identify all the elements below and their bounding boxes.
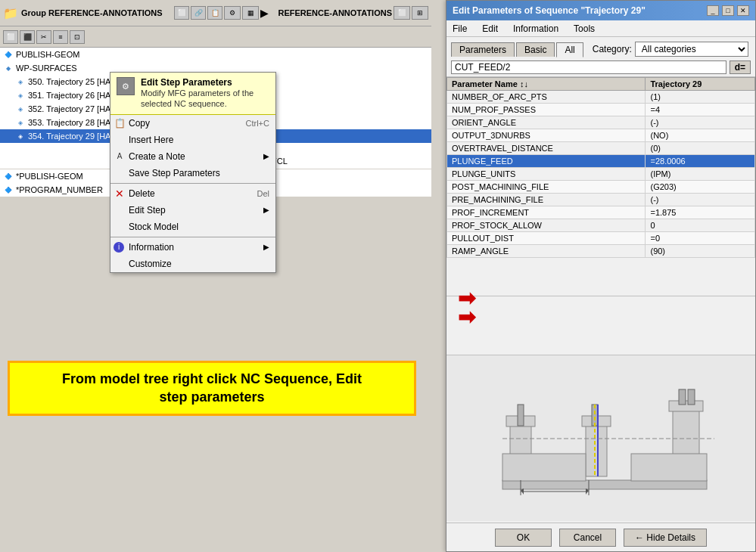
table-row[interactable]: OVERTRAVEL_DISTANCE(0) — [447, 142, 755, 155]
param-name-cell: PLUNGE_UNITS — [447, 168, 646, 181]
tree-wp2-label: WP-SURFACES — [16, 64, 77, 73]
table-row[interactable]: PLUNGE_FEED=28.0006 — [447, 155, 755, 168]
cancel-button[interactable]: Cancel — [559, 529, 616, 547]
table-row[interactable]: POST_MACHINING_FILE(G203) — [447, 181, 755, 194]
table-row[interactable]: PROF_INCREMENT=1.875 — [447, 206, 755, 219]
menu-tools[interactable]: Tools — [571, 23, 598, 34]
tree-item-wp-surfaces[interactable]: 🔷 PUBLISH-GEOM — [0, 48, 431, 61]
context-edit-step[interactable]: Edit Step ▶ — [110, 202, 275, 219]
d-equals-button[interactable]: d= — [730, 60, 751, 74]
context-insert-here[interactable]: Insert Here — [110, 132, 275, 148]
toolbar-ref-label: REFERENCE-ANNOTATIONS — [278, 8, 392, 17]
minimize-button[interactable]: _ — [707, 5, 719, 16]
tree-351-icon: ◈ — [15, 90, 26, 101]
hide-details-button[interactable]: ← Hide Details — [624, 529, 707, 547]
tab-basic[interactable]: Basic — [516, 42, 555, 57]
table-row[interactable]: PRE_MACHINING_FILE(-) — [447, 194, 755, 206]
context-tooltip: ⚙ Edit Step Parameters Modify MFG parame… — [110, 73, 275, 115]
svg-rect-12 — [679, 389, 686, 405]
copy-shortcut: Ctrl+C — [246, 119, 269, 128]
toolbar2-icon-4[interactable]: ≡ — [53, 30, 68, 44]
tree-350-label: 350. Trajectory 25 [HA... — [28, 77, 118, 86]
separator-2 — [110, 237, 275, 237]
table-row[interactable]: NUMBER_OF_ARC_PTS(1) — [447, 91, 755, 104]
toolbar-icon-4[interactable]: ⚙ — [224, 6, 241, 20]
close-button[interactable]: ✕ — [737, 5, 749, 16]
stock-model-label: Stock Model — [129, 222, 179, 232]
toolbar-icon-2[interactable]: 🔗 — [191, 6, 206, 20]
table-row[interactable]: PULLOUT_DIST=0 — [447, 232, 755, 245]
parameters-table: Parameter Name ↕↓ Trajectory 29 NUMBER_O… — [446, 77, 755, 258]
toolbar: 📁 Group REFERENCE-ANNOTATIONS ⬜ 🔗 📋 ⚙ ▦ … — [0, 0, 431, 26]
context-copy-label: Copy — [129, 118, 150, 129]
toolbar-icon-1[interactable]: ⬜ — [174, 6, 189, 20]
tree-wp2-icon: ◆ — [3, 63, 14, 73]
category-label: Category: — [593, 44, 632, 54]
param-name-cell: RAMP_ANGLE — [447, 245, 646, 258]
edit-step-arrow: ▶ — [263, 206, 269, 214]
table-row[interactable]: OUTPUT_3DNURBS(NO) — [447, 129, 755, 142]
maximize-button[interactable]: □ — [722, 5, 734, 16]
tooltip-title: Edit Step Parameters — [141, 77, 269, 88]
table-row[interactable]: PROF_STOCK_ALLOW0 — [447, 219, 755, 232]
toolbar2-icon-2[interactable]: ⬛ — [20, 30, 35, 44]
edit-parameters-dialog: Edit Parameters of Sequence "Trajectory … — [446, 0, 756, 552]
insert-here-label: Insert Here — [129, 135, 173, 145]
toolbar-icon-3[interactable]: 📋 — [207, 6, 222, 20]
svg-rect-14 — [502, 454, 586, 481]
context-menu: ⚙ Edit Step Parameters Modify MFG parame… — [110, 72, 276, 273]
toolbar-more[interactable]: ▶ — [260, 7, 269, 19]
context-delete[interactable]: ✕ Delete Del — [110, 185, 275, 202]
tooltip-icon: ⚙ — [117, 77, 135, 95]
context-save-step[interactable]: Save Step Parameters — [110, 165, 275, 181]
toolbar-icon-7[interactable]: ⊞ — [412, 6, 428, 20]
ok-button[interactable]: OK — [495, 529, 552, 547]
table-row[interactable]: RAMP_ANGLE(90) — [447, 245, 755, 258]
tree-352-icon: ◈ — [15, 104, 26, 114]
col-trajectory[interactable]: Trajectory 29 — [646, 78, 755, 91]
toolbar2-icon-3[interactable]: ✂ — [36, 30, 51, 44]
tab-parameters[interactable]: Parameters — [451, 42, 515, 57]
table-row[interactable]: NUM_PROF_PASSES=4 — [447, 104, 755, 116]
create-note-label: Create a Note — [129, 151, 185, 162]
tree-publish-icon: 🔷 — [3, 171, 14, 181]
parameters-table-container[interactable]: Parameter Name ↕↓ Trajectory 29 NUMBER_O… — [446, 77, 755, 296]
tree-publish-label: PUBLISH-GEOM — [19, 172, 82, 181]
search-input[interactable] — [451, 60, 726, 74]
param-name-cell: PLUNGE_FEED — [447, 155, 646, 168]
separator-1 — [110, 183, 275, 184]
context-stock-model[interactable]: Stock Model — [110, 219, 275, 235]
param-name-cell: POST_MACHINING_FILE — [447, 181, 646, 194]
param-value-cell: (NO) — [646, 129, 755, 142]
svg-rect-4 — [518, 405, 524, 426]
toolbar-icon-5[interactable]: ▦ — [242, 6, 259, 20]
tree-wp-icon: 🔷 — [3, 49, 14, 60]
menu-file[interactable]: File — [450, 23, 470, 34]
tooltip-description: Modify MFG parameters of the selected NC… — [141, 88, 269, 110]
toolbar-icon-6[interactable]: ⬜ — [394, 6, 410, 20]
tree-wp-label: PUBLISH-GEOM — [16, 50, 79, 59]
tree-353-icon: ◈ — [15, 117, 26, 128]
menu-information[interactable]: Information — [510, 23, 562, 34]
tab-all[interactable]: All — [556, 42, 583, 57]
col-param-name[interactable]: Parameter Name ↕↓ — [447, 78, 646, 91]
table-row[interactable]: PLUNGE_UNITS(IPM) — [447, 168, 755, 181]
svg-rect-5 — [586, 423, 607, 476]
menu-edit[interactable]: Edit — [479, 23, 501, 34]
param-name-cell: NUM_PROF_PASSES — [447, 104, 646, 116]
category-select[interactable]: All categories — [635, 42, 748, 57]
context-customize[interactable]: Customize — [110, 256, 275, 272]
toolbar2-icon-1[interactable]: ⬜ — [3, 30, 18, 44]
context-information[interactable]: i Information ▶ — [110, 239, 275, 256]
annotation-line2: step parameters — [159, 389, 264, 405]
context-copy[interactable]: 📋 Copy Ctrl+C — [110, 115, 275, 132]
context-create-note[interactable]: A Create a Note ▶ — [110, 148, 275, 165]
table-row[interactable]: ORIENT_ANGLE(-) — [447, 116, 755, 129]
toolbar2-icon-5[interactable]: ⊡ — [70, 30, 85, 44]
param-name-cell: NUMBER_OF_ARC_PTS — [447, 91, 646, 104]
param-value-cell: (0) — [646, 142, 755, 155]
param-name-cell: ORIENT_ANGLE — [447, 116, 646, 129]
copy-icon: 📋 — [114, 117, 126, 129]
save-step-label: Save Step Parameters — [129, 168, 220, 178]
param-name-cell: OVERTRAVEL_DISTANCE — [447, 142, 646, 155]
